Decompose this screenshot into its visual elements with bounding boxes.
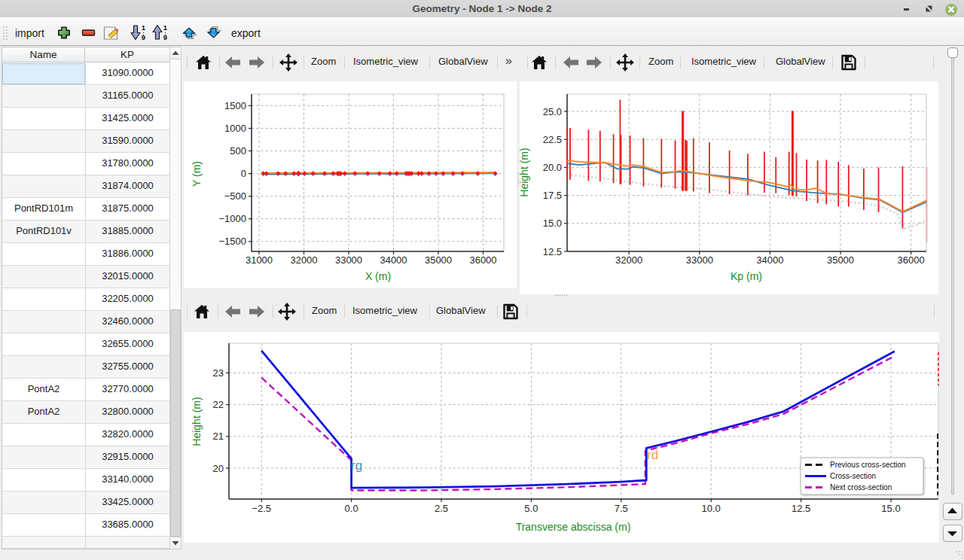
svg-text:1: 1 bbox=[142, 23, 146, 32]
svg-text:9: 9 bbox=[163, 33, 167, 41]
svg-text:1: 1 bbox=[163, 23, 168, 32]
svg-text:9: 9 bbox=[142, 33, 145, 41]
